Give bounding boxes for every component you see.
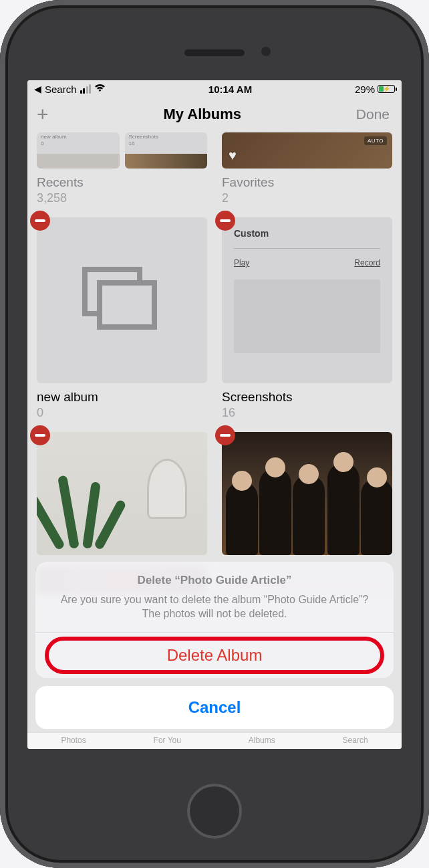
page-title: My Albums [163, 106, 241, 123]
album-thumbnail[interactable]: Screenshots 16 [125, 132, 208, 169]
album-thumbnail[interactable]: AUTO ♥ [222, 132, 392, 169]
status-bar: ◀ Search 10:14 AM 29% ⚡ [27, 80, 402, 96]
album-mini-name: new album [41, 134, 67, 140]
action-sheet: Delete “Photo Guide Article” Are you sur… [35, 562, 394, 729]
album-mini-count: 0 [41, 140, 43, 146]
back-to-app-label[interactable]: Search [45, 84, 77, 95]
album-tile-screenshots[interactable]: Custom Play Record Screenshots 16 [222, 217, 392, 420]
add-album-button[interactable]: + [37, 103, 49, 126]
album-thumbnail[interactable]: new album 0 [37, 132, 120, 169]
album-name: new album [37, 390, 207, 405]
delete-album-badge[interactable] [30, 425, 50, 445]
album-count: 16 [222, 406, 392, 420]
album-name: Screenshots [222, 390, 392, 405]
album-thumbnail[interactable]: Custom Play Record [222, 217, 392, 383]
tab-search[interactable]: Search [343, 736, 368, 745]
cancel-button[interactable]: Cancel [35, 686, 394, 729]
album-tile[interactable] [222, 432, 392, 555]
tab-photos[interactable]: Photos [61, 736, 86, 745]
delete-album-badge[interactable] [30, 211, 50, 231]
album-tile-new-album[interactable]: new album 0 [37, 217, 207, 420]
favorite-heart-icon: ♥ [229, 148, 237, 163]
iphone-device-frame: ◀ Search 10:14 AM 29% ⚡ + My Alb [0, 0, 429, 868]
screenshot-preview-title: Custom [234, 228, 380, 239]
album-tile[interactable] [37, 432, 207, 555]
delete-album-badge[interactable] [215, 425, 235, 445]
speaker-grill [184, 49, 245, 56]
delete-album-badge[interactable] [215, 211, 235, 231]
album-thumbnail[interactable] [37, 432, 207, 555]
front-camera [261, 47, 271, 56]
delete-album-button[interactable]: Delete Album [35, 633, 394, 678]
charging-bolt-icon: ⚡ [383, 86, 390, 92]
empty-album-placeholder-icon [37, 217, 207, 383]
tab-albums[interactable]: Albums [249, 736, 275, 745]
battery-icon: ⚡ [378, 85, 395, 93]
done-button[interactable]: Done [356, 106, 390, 122]
album-count: 3,258 [37, 191, 207, 205]
action-sheet-title: Delete “Photo Guide Article” [50, 574, 379, 587]
screen: ◀ Search 10:14 AM 29% ⚡ + My Alb [27, 80, 402, 749]
tab-bar: Photos For You Albums Search [27, 732, 402, 749]
album-count: 2 [222, 191, 392, 205]
album-thumbnail[interactable] [222, 432, 392, 555]
album-name: Recents [37, 175, 207, 190]
cancel-label: Cancel [188, 698, 241, 716]
album-mini-name: Screenshots [129, 134, 158, 140]
home-button[interactable] [187, 784, 242, 839]
status-time: 10:14 AM [208, 84, 252, 95]
auto-badge: AUTO [364, 136, 387, 145]
delete-album-label: Delete Album [167, 646, 263, 664]
tab-for-you[interactable]: For You [154, 736, 181, 745]
album-count: 0 [37, 406, 207, 420]
action-sheet-message: Are you sure you want to delete the albu… [50, 592, 379, 621]
album-thumbnail[interactable] [37, 217, 207, 383]
navigation-bar: + My Albums Done [27, 96, 402, 132]
wifi-icon [94, 84, 106, 94]
album-name: Favorites [222, 175, 392, 190]
cellular-signal-icon [80, 84, 92, 94]
album-mini-count: 16 [129, 140, 135, 146]
screenshot-preview-play: Play [234, 258, 249, 267]
albums-grid[interactable]: new album 0 Screenshots 16 Recents 3,258 [27, 132, 402, 594]
screenshot-preview-record: Record [354, 258, 380, 267]
back-to-app-caret-icon[interactable]: ◀ [34, 84, 41, 94]
battery-percent: 29% [355, 84, 375, 95]
